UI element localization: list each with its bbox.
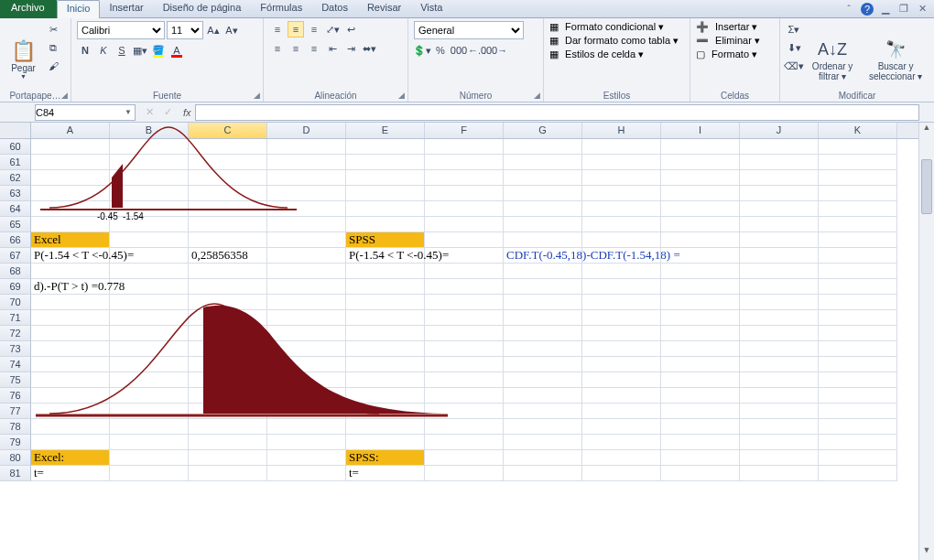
row-header[interactable]: 80 [0,450,31,466]
cell-I69[interactable] [661,279,740,295]
cell-I74[interactable] [661,357,740,372]
cell-J76[interactable] [740,388,819,404]
dialog-launcher-icon[interactable]: ◢ [61,91,68,100]
cell-D71[interactable] [267,310,346,326]
cell-F77[interactable] [425,404,504,419]
cell-A69[interactable]: d).-P(T > t) =0.778 [31,279,110,295]
row-header[interactable]: 72 [0,326,31,341]
cell-I67[interactable] [661,248,740,264]
cell-I81[interactable] [661,466,740,481]
cell-A66[interactable]: Excel [31,232,110,248]
cell-D61[interactable] [267,155,346,170]
cell-B71[interactable] [110,310,189,326]
row-header[interactable]: 66 [0,232,31,248]
cell-D76[interactable] [267,388,346,404]
cell-B70[interactable] [110,295,189,310]
cell-B66[interactable] [110,232,189,248]
cut-icon[interactable]: ✂ [45,21,61,38]
cell-D65[interactable] [267,217,346,232]
cell-E60[interactable] [346,139,425,155]
cell-A71[interactable] [31,310,110,326]
cell-C73[interactable] [189,341,267,357]
col-header-G[interactable]: G [504,123,582,138]
cell-I64[interactable] [661,201,740,217]
cell-A70[interactable] [31,295,110,310]
cell-H71[interactable] [582,310,661,326]
scroll-up-icon[interactable]: ▲ [919,123,934,137]
cell-C61[interactable] [189,155,267,170]
col-header-E[interactable]: E [346,123,425,138]
cell-E66[interactable]: SPSS [346,232,425,248]
cell-C66[interactable] [189,232,267,248]
cell-F73[interactable] [425,341,504,357]
align-left-icon[interactable]: ≡ [269,40,286,57]
cell-D79[interactable] [267,435,346,450]
cell-F66[interactable] [425,232,504,248]
cell-G63[interactable] [504,186,582,201]
cell-F80[interactable] [425,450,504,466]
cell-A81[interactable]: t= [31,466,110,481]
cell-J75[interactable] [740,372,819,388]
cell-I60[interactable] [661,139,740,155]
cell-E71[interactable] [346,310,425,326]
wrap-text-icon[interactable]: ↩ [342,21,359,38]
cell-K60[interactable] [819,139,897,155]
cell-C72[interactable] [189,326,267,341]
cell-K78[interactable] [819,419,897,435]
cell-B73[interactable] [110,341,189,357]
cell-C74[interactable] [189,357,267,372]
cell-F61[interactable] [425,155,504,170]
cell-H79[interactable] [582,435,661,450]
cell-C70[interactable] [189,295,267,310]
col-header-B[interactable]: B [110,123,189,138]
cell-F81[interactable] [425,466,504,481]
underline-button[interactable]: S [114,42,130,59]
cell-E63[interactable] [346,186,425,201]
align-right-icon[interactable]: ≡ [306,40,322,57]
cell-B65[interactable] [110,217,189,232]
dialog-launcher-icon[interactable]: ◢ [254,91,260,100]
cell-G76[interactable] [504,388,582,404]
cell-G79[interactable] [504,435,582,450]
cell-H69[interactable] [582,279,661,295]
cell-H62[interactable] [582,170,661,186]
enter-formula-icon[interactable]: ✓ [159,104,176,121]
fx-icon[interactable]: fx [179,107,195,118]
cell-D81[interactable] [267,466,346,481]
cell-K61[interactable] [819,155,897,170]
cell-K70[interactable] [819,295,897,310]
col-header-D[interactable]: D [267,123,346,138]
currency-icon[interactable]: 💲▾ [414,42,430,59]
row-header[interactable]: 70 [0,295,31,310]
cell-C76[interactable] [189,388,267,404]
cell-B80[interactable] [110,450,189,466]
cell-A60[interactable] [31,139,110,155]
cell-E74[interactable] [346,357,425,372]
cell-F74[interactable] [425,357,504,372]
cell-I75[interactable] [661,372,740,388]
align-bottom-icon[interactable]: ≡ [306,21,322,38]
cell-K68[interactable] [819,264,897,279]
cell-G60[interactable] [504,139,582,155]
cell-D67[interactable] [267,248,346,264]
cell-E69[interactable] [346,279,425,295]
row-header[interactable]: 62 [0,170,31,186]
cell-C67[interactable]: 0,25856358 [189,248,267,264]
cell-I70[interactable] [661,295,740,310]
cell-J78[interactable] [740,419,819,435]
cell-J63[interactable] [740,186,819,201]
cell-I66[interactable] [661,232,740,248]
cell-E75[interactable] [346,372,425,388]
cell-C81[interactable] [189,466,267,481]
autosum-icon[interactable]: Σ▾ [786,21,802,38]
cell-B74[interactable] [110,357,189,372]
orientation-icon[interactable]: ⤢▾ [324,21,341,38]
cell-F67[interactable] [425,248,504,264]
cell-G75[interactable] [504,372,582,388]
cell-B60[interactable] [110,139,189,155]
cell-H80[interactable] [582,450,661,466]
cell-E65[interactable] [346,217,425,232]
cell-F70[interactable] [425,295,504,310]
cell-H76[interactable] [582,388,661,404]
cell-A78[interactable] [31,419,110,435]
